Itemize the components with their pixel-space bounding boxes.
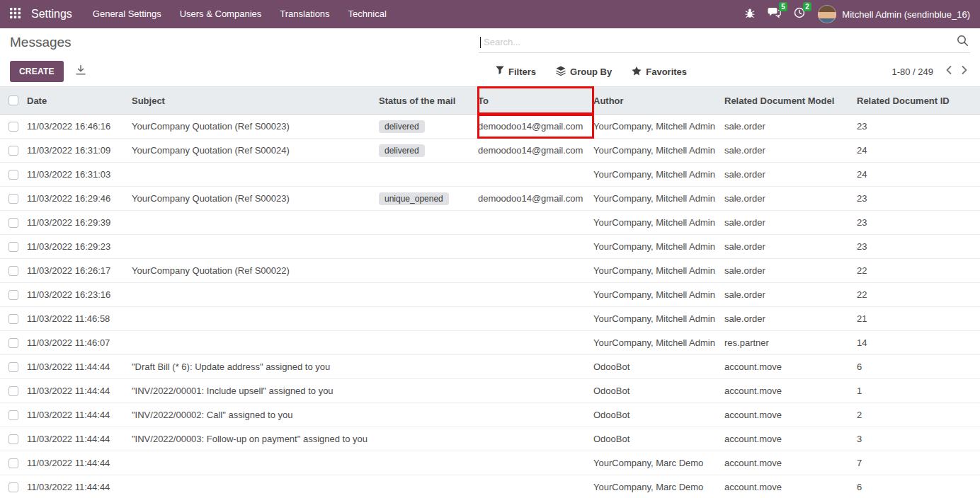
messages-count-badge: 5 [779, 2, 788, 11]
messages-tray-button[interactable]: 5 [768, 7, 781, 22]
select-all-checkbox[interactable] [8, 95, 18, 105]
column-header-doc-id[interactable]: Related Document ID [857, 87, 980, 114]
row-checkbox-cell [0, 331, 27, 354]
activities-tray-button[interactable]: 2 [794, 7, 805, 21]
cell-date: 11/03/2022 16:26:17 [27, 259, 132, 282]
bug-icon [745, 8, 755, 21]
column-header-status[interactable]: Status of the mail [379, 87, 478, 114]
current-app-name[interactable]: Settings [30, 8, 84, 21]
row-checkbox-cell [0, 115, 27, 138]
table-row[interactable]: 11/03/2022 16:31:09 YourCompany Quotatio… [0, 139, 980, 163]
row-checkbox[interactable] [8, 242, 18, 252]
row-checkbox[interactable] [8, 194, 18, 204]
cell-status [379, 307, 478, 330]
cell-status [379, 355, 478, 378]
search-input[interactable] [481, 37, 957, 47]
row-checkbox[interactable] [8, 434, 18, 444]
cell-model: account.move [724, 355, 857, 378]
table-row[interactable]: 11/03/2022 16:23:16 YourCompany, Mitchel… [0, 283, 980, 307]
table-row[interactable]: 11/03/2022 11:44:44 "INV/2022/00002: Cal… [0, 403, 980, 427]
cell-doc-id: 14 [857, 331, 980, 354]
table-row[interactable]: 11/03/2022 11:46:58 YourCompany, Mitchel… [0, 307, 980, 331]
table-row[interactable]: 11/03/2022 16:29:39 YourCompany, Mitchel… [0, 211, 980, 235]
cell-subject: YourCompany Quotation (Ref S00022) [132, 259, 379, 282]
column-header-to[interactable]: To [478, 87, 593, 114]
status-badge: delivered [379, 120, 425, 133]
column-header-author[interactable]: Author [593, 87, 724, 114]
table-row[interactable]: 11/03/2022 16:26:17 YourCompany Quotatio… [0, 259, 980, 283]
row-checkbox[interactable] [8, 290, 18, 300]
status-badge: unique_opened [379, 192, 449, 205]
cell-status [379, 427, 478, 451]
table-row[interactable]: 11/03/2022 11:44:44 YourCompany, Marc De… [0, 451, 980, 475]
row-checkbox[interactable] [8, 338, 18, 348]
export-button[interactable] [75, 64, 86, 79]
cell-subject [132, 163, 379, 186]
cell-date: 11/03/2022 16:29:39 [27, 211, 132, 234]
cell-model: account.move [724, 379, 857, 403]
cell-subject: "Draft Bill (* 6): Update address" assig… [132, 355, 379, 378]
user-menu[interactable]: Mitchell Admin (sendinblue_16) [818, 5, 970, 23]
column-header-date[interactable]: Date [27, 87, 132, 114]
row-checkbox[interactable] [8, 314, 18, 324]
cell-to [478, 163, 593, 186]
row-checkbox-cell [0, 259, 27, 282]
row-checkbox[interactable] [8, 266, 18, 276]
cell-status: delivered [379, 139, 478, 162]
table-row[interactable]: 11/03/2022 11:44:44 "INV/2022/00003: Fol… [0, 427, 980, 451]
row-checkbox[interactable] [8, 458, 18, 468]
group-by-button[interactable]: Group By [556, 66, 612, 78]
cell-subject [132, 283, 379, 306]
cell-date: 11/03/2022 16:46:16 [27, 115, 132, 138]
menu-translations[interactable]: Translations [270, 0, 338, 28]
cell-status [379, 451, 478, 475]
pager-range[interactable]: 1-80 / 249 [891, 66, 933, 77]
chevron-left-icon [945, 65, 953, 78]
menu-users-companies[interactable]: Users & Companies [171, 0, 271, 28]
cell-subject: YourCompany Quotation (Ref S00024) [132, 139, 379, 162]
table-row[interactable]: 11/03/2022 11:44:44 YourCompany, Marc De… [0, 475, 980, 498]
search-bar[interactable] [479, 32, 970, 53]
row-checkbox[interactable] [8, 410, 18, 420]
column-header-subject[interactable]: Subject [132, 87, 379, 114]
create-button[interactable]: CREATE [10, 61, 64, 82]
table-row[interactable]: 11/03/2022 16:29:23 YourCompany, Mitchel… [0, 235, 980, 259]
row-checkbox[interactable] [8, 218, 18, 228]
filters-button[interactable]: Filters [496, 66, 536, 77]
table-row[interactable]: 11/03/2022 16:46:16 YourCompany Quotatio… [0, 115, 980, 139]
pager-next-button[interactable] [959, 64, 970, 79]
cell-date: 11/03/2022 11:46:07 [27, 331, 132, 354]
row-checkbox-cell [0, 283, 27, 306]
row-checkbox[interactable] [8, 122, 18, 132]
table-row[interactable]: 11/03/2022 11:44:44 "INV/2022/00001: Inc… [0, 379, 980, 403]
cell-author: YourCompany, Mitchell Admin [593, 307, 724, 330]
cell-doc-id: 23 [857, 187, 980, 210]
cell-to [478, 403, 593, 427]
user-name-label: Mitchell Admin (sendinblue_16) [842, 9, 970, 20]
row-checkbox[interactable] [8, 482, 18, 492]
table-row[interactable]: 11/03/2022 16:29:46 YourCompany Quotatio… [0, 187, 980, 211]
row-checkbox[interactable] [8, 362, 18, 372]
row-checkbox[interactable] [8, 146, 18, 156]
cell-doc-id: 6 [857, 475, 980, 498]
table-row[interactable]: 11/03/2022 11:46:07 YourCompany, Mitchel… [0, 331, 980, 355]
cell-author: YourCompany, Mitchell Admin [593, 211, 724, 234]
cell-date: 11/03/2022 16:31:09 [27, 139, 132, 162]
debug-menu-button[interactable] [745, 8, 755, 21]
menu-general-settings[interactable]: General Settings [84, 0, 171, 28]
apps-menu-button[interactable] [0, 0, 30, 28]
search-icon[interactable] [957, 35, 969, 50]
row-checkbox[interactable] [8, 170, 18, 180]
column-header-model[interactable]: Related Document Model [724, 87, 857, 114]
pager-previous-button[interactable] [943, 64, 955, 79]
cell-to [478, 259, 593, 282]
row-checkbox-cell [0, 187, 27, 210]
favorites-button[interactable]: Favorites [632, 66, 687, 78]
cell-doc-id: 23 [857, 115, 980, 138]
breadcrumb-row: Messages [0, 28, 980, 57]
table-row[interactable]: 11/03/2022 16:31:03 YourCompany, Mitchel… [0, 163, 980, 187]
menu-technical[interactable]: Technical [339, 0, 396, 28]
cell-doc-id: 21 [857, 307, 980, 330]
row-checkbox[interactable] [8, 386, 18, 396]
table-row[interactable]: 11/03/2022 11:44:44 "Draft Bill (* 6): U… [0, 355, 980, 379]
